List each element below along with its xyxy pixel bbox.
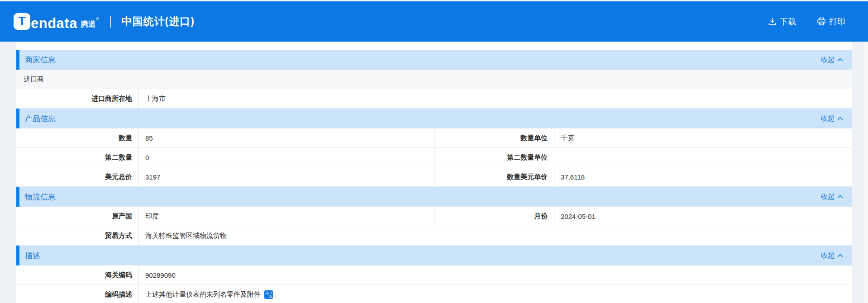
page-title: 中国统计(进口)	[122, 14, 195, 28]
section: 产品信息收起数量85数量单位千克第二数量0第二数量单位美元总价3197数量美元单…	[16, 109, 852, 187]
field-label: 进口商所在地	[16, 89, 138, 108]
field-pair: 海关编码90289090	[16, 265, 852, 284]
section-header: 描述收起	[16, 246, 852, 265]
collapse-label: 收起	[821, 56, 835, 64]
field-label: 第二数量单位	[434, 148, 554, 167]
field-label: 数量	[16, 128, 138, 147]
section-accent-bar	[16, 50, 19, 70]
page-background: 商家信息收起进口商进口商所在地上海市产品信息收起数量85数量单位千克第二数量0第…	[0, 42, 868, 303]
print-label: 打印	[829, 16, 845, 27]
field-pair: 进口商所在地上海市	[16, 89, 852, 108]
download-button[interactable]: 下载	[768, 16, 796, 27]
chevron-up-icon	[837, 195, 843, 199]
field-value: 上述其他计量仪表的未列名零件及附件中A	[138, 285, 852, 303]
field-label: 月份	[434, 207, 554, 226]
section-title: 描述	[25, 251, 40, 261]
tendata-logo-icon: T	[14, 13, 30, 30]
section: 描述收起海关编码90289090编码描述上述其他计量仪表的未列名零件及附件中A	[16, 246, 852, 303]
field-pair: 第二数量0	[16, 148, 434, 167]
field-value: 千克	[554, 128, 852, 147]
section-header: 商家信息收起	[16, 50, 852, 70]
table-row: 美元总价3197数量美元单价37.6118	[16, 167, 852, 187]
field-value: 2024-05-01	[554, 207, 852, 226]
field-pair: 数量美元单价37.6118	[434, 167, 852, 186]
logo-letter: T	[18, 15, 26, 28]
table-row: 进口商	[16, 70, 852, 89]
brand-logo[interactable]: T endata 腾道®	[14, 13, 99, 30]
field-pair: 编码描述上述其他计量仪表的未列名零件及附件中A	[16, 285, 852, 303]
section-header: 产品信息收起	[16, 109, 852, 128]
field-pair: 数量单位千克	[434, 128, 852, 147]
table-row: 第二数量0第二数量单位	[16, 148, 852, 167]
field-value: 印度	[138, 207, 434, 226]
table-row: 贸易方式海关特殊监管区域物流货物	[16, 226, 852, 246]
field-pair: 原产国印度	[16, 207, 434, 226]
field-value	[554, 148, 852, 167]
field-label: 美元总价	[16, 167, 138, 186]
chevron-up-icon	[837, 254, 843, 257]
field-pair: 月份2024-05-01	[434, 207, 852, 226]
collapse-button[interactable]: 收起	[821, 193, 843, 201]
print-icon	[817, 17, 826, 26]
field-value-text: 上述其他计量仪表的未列名零件及附件	[145, 290, 261, 299]
table-row: 海关编码90289090	[16, 265, 852, 285]
svg-text:A: A	[269, 294, 272, 298]
section-accent-bar	[16, 109, 19, 128]
table-row: 原产国印度月份2024-05-01	[16, 207, 852, 226]
field-pair: 数量85	[16, 128, 434, 147]
field-value-text: 3197	[145, 173, 160, 181]
app-header: T endata 腾道® 中国统计(进口) 下载 打印	[0, 1, 868, 42]
download-label: 下载	[780, 16, 796, 27]
collapse-label: 收起	[821, 114, 835, 123]
section: 物流信息收起原产国印度月份2024-05-01贸易方式海关特殊监管区域物流货物	[16, 187, 852, 246]
field-label: 数量美元单价	[434, 167, 554, 186]
table-row: 数量85数量单位千克	[16, 128, 852, 148]
field-pair: 美元总价3197	[16, 167, 434, 186]
field-value-text: 90289090	[145, 271, 176, 279]
section-title: 物流信息	[25, 192, 56, 202]
field-pair: 第二数量单位	[434, 148, 852, 167]
field-label: 原产国	[16, 207, 138, 226]
chevron-up-icon	[837, 58, 843, 62]
field-value: 海关特殊监管区域物流货物	[138, 226, 852, 245]
record-detail-panel: 商家信息收起进口商进口商所在地上海市产品信息收起数量85数量单位千克第二数量0第…	[16, 42, 852, 303]
brand-text-cn: 腾道®	[81, 19, 99, 30]
collapse-label: 收起	[821, 193, 835, 201]
header-divider	[110, 16, 111, 28]
vertical-scrollbar[interactable]	[863, 42, 868, 303]
section: 商家信息收起进口商进口商所在地上海市	[16, 50, 852, 109]
field-value: 上海市	[138, 89, 852, 108]
section-header: 物流信息收起	[16, 187, 852, 207]
field-value: 37.6118	[554, 167, 852, 186]
row-text-label: 进口商	[24, 75, 44, 84]
collapse-label: 收起	[821, 251, 835, 260]
field-value-text: 85	[145, 134, 153, 142]
field-value-text: 千克	[561, 134, 574, 142]
print-button[interactable]: 打印	[817, 16, 845, 27]
field-label: 数量单位	[434, 128, 554, 147]
field-label: 编码描述	[16, 285, 138, 303]
field-label: 贸易方式	[16, 226, 138, 245]
section-accent-bar	[16, 187, 19, 207]
field-value-text: 海关特殊监管区域物流货物	[145, 232, 227, 240]
header-actions: 下载 打印	[768, 16, 845, 27]
field-value: 3197	[138, 167, 434, 186]
field-value-text: 37.6118	[561, 173, 585, 181]
table-row: 进口商所在地上海市	[16, 89, 852, 109]
section-title: 产品信息	[25, 114, 56, 124]
collapse-button[interactable]: 收起	[821, 114, 843, 123]
section-accent-bar	[16, 246, 19, 265]
download-icon	[768, 17, 777, 26]
field-value-text: 印度	[145, 212, 159, 221]
field-label: 第二数量	[16, 148, 138, 167]
chevron-up-icon	[837, 117, 843, 120]
field-label: 海关编码	[16, 265, 138, 284]
collapse-button[interactable]: 收起	[821, 251, 843, 260]
translate-icon[interactable]: 中A	[264, 290, 273, 299]
collapse-button[interactable]: 收起	[821, 56, 843, 64]
table-row: 编码描述上述其他计量仪表的未列名零件及附件中A	[16, 285, 852, 303]
field-value-text: 2024-05-01	[561, 213, 596, 220]
section-title: 商家信息	[25, 55, 56, 65]
field-value-text: 0	[145, 154, 149, 161]
registered-mark: ®	[96, 17, 99, 21]
